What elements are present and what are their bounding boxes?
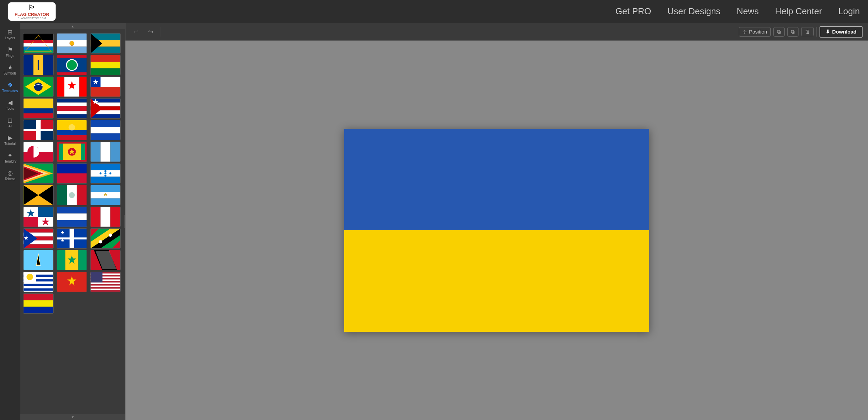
svg-rect-86 (57, 164, 87, 173)
sidebar-item-ai[interactable]: ◻ AI (1, 114, 20, 131)
download-button[interactable]: ⬇ Download (820, 26, 863, 38)
flag-item[interactable] (90, 207, 121, 227)
svg-point-104 (69, 192, 75, 198)
flag-item[interactable] (23, 250, 54, 270)
toolbar: ↩ ↪ ⊹ Position ⧉ ⧉ 🗑 ⬇ Download (125, 23, 868, 41)
svg-rect-176 (91, 290, 120, 291)
flag-item[interactable] (23, 55, 54, 75)
svg-rect-130 (57, 237, 87, 239)
flag-item[interactable] (90, 120, 121, 140)
sidebar-item-flags[interactable]: ⚑ Flags (1, 44, 20, 60)
flag-item[interactable] (57, 250, 87, 270)
sidebar-label-layers: Layers (5, 36, 15, 40)
paste-button[interactable]: ⧉ (787, 27, 798, 37)
svg-rect-107 (91, 198, 120, 205)
nav-get-pro[interactable]: Get PRO (615, 6, 651, 17)
svg-rect-44 (57, 103, 87, 106)
delete-button[interactable]: 🗑 (801, 27, 814, 36)
sidebar-item-symbols[interactable]: ★ Symbols (1, 62, 20, 78)
position-icon: ⊹ (743, 29, 747, 35)
flag-item[interactable] (57, 98, 87, 119)
sidebar-label-flags: Flags (6, 54, 14, 58)
flag-item[interactable] (90, 250, 121, 270)
main-area: ⊞ Layers ⚑ Flags ★ Symbols ❖ Templates ◀… (0, 23, 868, 420)
flag-item[interactable] (57, 142, 87, 162)
svg-rect-177 (91, 272, 103, 282)
svg-rect-32 (57, 77, 64, 97)
flag-item[interactable] (90, 98, 121, 119)
flag-item[interactable] (90, 142, 121, 162)
sidebar-label-tutorial: Tutorial (4, 142, 16, 146)
layers-icon: ⊞ (7, 29, 13, 35)
panel-collapse-handle[interactable]: › (124, 215, 125, 228)
flag-item[interactable] (23, 207, 54, 227)
flag-item[interactable] (57, 120, 87, 140)
flag-item[interactable] (23, 272, 54, 292)
flag-item[interactable] (90, 272, 121, 292)
templates-icon: ❖ (7, 82, 13, 88)
sidebar-item-templates[interactable]: ❖ Templates (1, 79, 20, 96)
nav-login[interactable]: Login (838, 6, 860, 17)
flag-item[interactable] (23, 98, 54, 119)
flag-item[interactable] (23, 185, 54, 205)
panel-scroll-area[interactable] (20, 29, 125, 414)
position-button[interactable]: ⊹ Position (739, 27, 771, 37)
sidebar-label-templates: Templates (2, 89, 18, 93)
flag-item[interactable] (90, 33, 121, 54)
nav-news[interactable]: News (737, 6, 759, 17)
flag-item[interactable] (90, 185, 121, 205)
svg-rect-88 (91, 164, 120, 170)
flag-item[interactable] (57, 185, 87, 205)
flag-item[interactable] (23, 142, 54, 162)
svg-rect-45 (57, 106, 87, 111)
flag-item[interactable] (57, 163, 87, 184)
symbols-icon: ★ (7, 64, 13, 70)
logo-sub: FLAG-CREATOR.COM (18, 17, 46, 20)
flag-item[interactable] (23, 293, 54, 314)
flag-item[interactable] (57, 77, 87, 97)
flag-item[interactable] (57, 33, 87, 54)
scroll-down-btn[interactable]: ▼ (20, 414, 125, 420)
flag-top-half (344, 129, 649, 230)
svg-rect-23 (57, 72, 87, 75)
flag-item[interactable] (90, 163, 121, 184)
left-sidebar: ⊞ Layers ⚑ Flags ★ Symbols ❖ Templates ◀… (0, 23, 20, 420)
flag-item[interactable] (57, 228, 87, 249)
svg-point-64 (68, 124, 75, 131)
sidebar-item-layers[interactable]: ⊞ Layers (1, 26, 20, 43)
flag-item[interactable] (23, 228, 54, 249)
sidebar-label-heraldry: Heraldry (4, 160, 17, 163)
flag-item[interactable] (23, 77, 54, 97)
svg-rect-67 (91, 133, 120, 140)
svg-point-93 (110, 172, 112, 174)
flag-item[interactable] (57, 55, 87, 75)
scroll-up-btn[interactable]: ▲ (20, 23, 125, 29)
sidebar-item-tokens[interactable]: ◎ Tokens (1, 167, 20, 184)
svg-point-92 (104, 170, 106, 172)
flag-item[interactable] (90, 77, 121, 97)
sidebar-item-tools[interactable]: ◀ Tools (1, 97, 20, 113)
sidebar-item-tutorial[interactable]: ▶ Tutorial (1, 132, 20, 148)
flag-canvas[interactable] (344, 129, 649, 332)
logo-text-wrap: 🏳 FLAG CREATOR FLAG-CREATOR.COM (15, 3, 49, 20)
flag-item[interactable] (57, 207, 87, 227)
nav-user-designs[interactable]: User Designs (668, 6, 721, 17)
svg-rect-42 (24, 113, 53, 119)
flag-item[interactable] (57, 272, 87, 292)
nav-help-center[interactable]: Help Center (775, 6, 822, 17)
svg-rect-158 (24, 284, 53, 286)
svg-rect-34 (79, 77, 86, 97)
flag-item[interactable] (23, 163, 54, 184)
svg-rect-66 (91, 127, 120, 133)
flag-item[interactable] (23, 120, 54, 140)
flag-item[interactable] (90, 55, 121, 75)
redo-button[interactable]: ↪ (145, 27, 156, 37)
logo-box[interactable]: 🏳 FLAG CREATOR FLAG-CREATOR.COM (8, 2, 56, 21)
svg-rect-26 (91, 55, 120, 62)
copy-button[interactable]: ⧉ (773, 27, 785, 37)
canvas-area: ↩ ↪ ⊹ Position ⧉ ⧉ 🗑 ⬇ Download (125, 23, 868, 420)
sidebar-item-heraldry[interactable]: ✦ Heraldry (1, 150, 20, 166)
undo-button[interactable]: ↩ (131, 27, 141, 37)
flag-item[interactable] (90, 228, 121, 249)
flag-item[interactable] (23, 33, 54, 54)
